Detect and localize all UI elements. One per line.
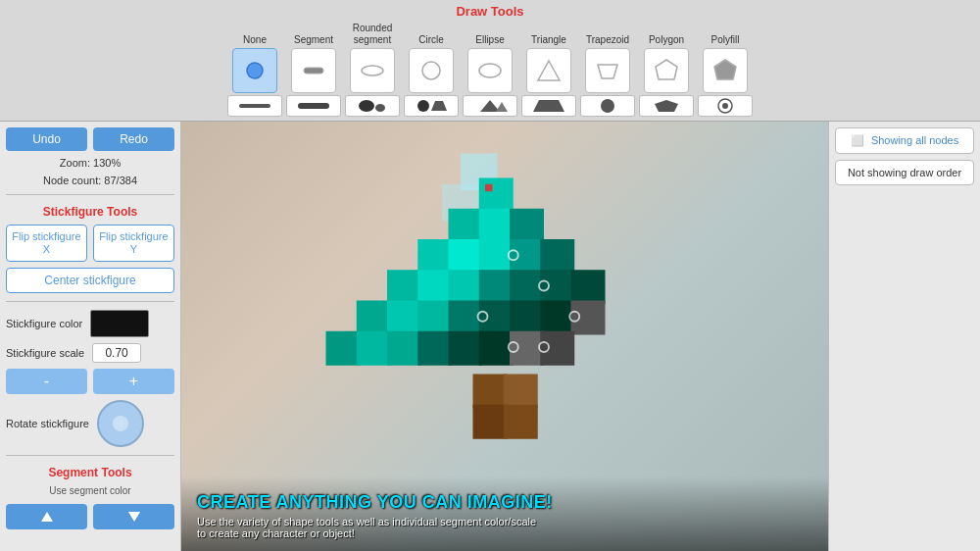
flip-y-button[interactable]: Flip stickfigure Y: [93, 225, 174, 262]
tool-circle-icon[interactable]: [409, 48, 454, 93]
svg-rect-54: [449, 331, 483, 366]
svg-rect-28: [479, 209, 514, 243]
tool-circle[interactable]: Circle: [404, 23, 459, 93]
tool-row2-triangle[interactable]: [463, 95, 517, 117]
tool-polyfill-icon[interactable]: [703, 48, 748, 93]
draw-order-label: Not showing draw order: [848, 167, 961, 178]
svg-rect-58: [473, 375, 508, 409]
tool-row2-rounded[interactable]: [345, 95, 400, 117]
tool-none-label: None: [243, 23, 267, 46]
tool-rounded-segment-icon[interactable]: [350, 48, 395, 93]
svg-rect-43: [387, 301, 421, 335]
undo-redo-row: Undo Redo: [6, 127, 174, 151]
tool-polygon-label: Polygon: [649, 23, 684, 46]
svg-rect-61: [504, 405, 538, 439]
flip-x-button[interactable]: Flip stickfigure X: [6, 225, 87, 262]
arrow-down-button[interactable]: [93, 504, 174, 529]
svg-marker-23: [128, 512, 140, 522]
showing-nodes-icon: ⬜: [851, 134, 864, 146]
tool-polygon-icon[interactable]: [644, 48, 689, 93]
plus-minus-row: - +: [6, 369, 174, 394]
left-panel: Undo Redo Zoom: 130% Node count: 87/384 …: [0, 122, 181, 551]
tool-row2-segment[interactable]: [286, 95, 341, 117]
svg-marker-8: [714, 60, 736, 79]
stickfigure-color-swatch[interactable]: [90, 310, 149, 337]
tool-row2-trapezoid[interactable]: [521, 95, 576, 117]
divider-2: [6, 301, 174, 302]
tool-row2-extra[interactable]: [698, 95, 753, 117]
tool-list: None Segment Roundedsegment Circle: [0, 23, 980, 93]
svg-rect-47: [510, 301, 544, 335]
promo-overlay: CREATE ANYTHING YOU CAN IMAGINE! Use the…: [181, 476, 828, 551]
segment-sub: Use segment color: [6, 485, 174, 496]
plus-button[interactable]: +: [93, 369, 174, 394]
svg-marker-19: [655, 100, 678, 112]
tool-ellipse[interactable]: Ellipse: [463, 23, 517, 93]
dpad-circle[interactable]: [97, 400, 144, 447]
svg-point-3: [422, 62, 440, 79]
svg-rect-30: [417, 239, 452, 274]
svg-point-0: [247, 63, 263, 78]
svg-rect-53: [417, 331, 452, 366]
tool-segment[interactable]: Segment: [286, 23, 341, 93]
svg-rect-51: [357, 331, 391, 366]
tool-triangle-label: Triangle: [531, 23, 566, 46]
svg-rect-1: [304, 68, 323, 74]
svg-marker-15: [480, 100, 500, 112]
svg-rect-36: [417, 270, 452, 304]
svg-point-12: [375, 104, 385, 112]
tool-polyfill[interactable]: Polyfill: [698, 23, 753, 93]
svg-marker-5: [538, 61, 560, 80]
tool-trapezoid[interactable]: Trapezoid: [580, 23, 635, 93]
rotate-label: Rotate stickfigure: [6, 418, 89, 429]
showing-nodes-button[interactable]: ⬜ Showing all nodes: [835, 127, 974, 154]
svg-rect-37: [449, 270, 483, 304]
svg-point-4: [479, 64, 501, 77]
draw-order-button[interactable]: Not showing draw order: [835, 160, 974, 185]
svg-point-2: [362, 66, 383, 75]
scale-label: Stickfigure scale: [6, 347, 84, 359]
svg-rect-59: [504, 375, 538, 409]
center-stickfigure-button[interactable]: Center stickfigure: [6, 268, 174, 293]
tool-row2-polyfill[interactable]: [639, 95, 694, 117]
tool-none-icon[interactable]: [232, 48, 277, 93]
svg-rect-10: [298, 103, 329, 109]
svg-rect-52: [387, 331, 421, 366]
svg-rect-26: [479, 178, 514, 213]
right-panel: ⬜ Showing all nodes Not showing draw ord…: [828, 122, 980, 551]
canvas-area[interactable]: CREATE ANYTHING YOU CAN IMAGINE! Use the…: [181, 122, 828, 551]
tool-none[interactable]: None: [227, 23, 282, 93]
tool-row2-none[interactable]: [227, 95, 282, 117]
tool-triangle[interactable]: Triangle: [521, 23, 576, 93]
arrow-up-button[interactable]: [6, 504, 87, 529]
rotate-dpad[interactable]: [97, 400, 144, 447]
svg-rect-29: [510, 209, 544, 243]
svg-rect-46: [479, 301, 514, 335]
tool-segment-icon[interactable]: [291, 48, 336, 93]
redo-button[interactable]: Redo: [93, 127, 174, 151]
tool-polygon[interactable]: Polygon: [639, 23, 694, 93]
tool-row2-polygon[interactable]: [580, 95, 635, 117]
main-area: Undo Redo Zoom: 130% Node count: 87/384 …: [0, 122, 980, 551]
svg-rect-34: [540, 239, 574, 274]
zoom-info: Zoom: 130%: [6, 157, 174, 169]
svg-point-21: [722, 103, 728, 109]
tool-segment-label: Segment: [294, 23, 333, 46]
svg-point-18: [601, 99, 614, 113]
tool-trapezoid-icon[interactable]: [585, 48, 630, 93]
svg-marker-22: [41, 512, 53, 522]
svg-rect-42: [357, 301, 391, 335]
svg-marker-17: [533, 100, 564, 112]
tool-triangle-icon[interactable]: [526, 48, 571, 93]
minus-button[interactable]: -: [6, 369, 87, 394]
flip-row: Flip stickfigure X Flip stickfigure Y: [6, 225, 174, 262]
svg-rect-68: [485, 184, 493, 192]
rotate-row: Rotate stickfigure: [6, 400, 174, 447]
tool-rounded-segment[interactable]: Roundedsegment: [345, 23, 400, 93]
arrow-up-icon: [40, 510, 54, 524]
undo-button[interactable]: Undo: [6, 127, 87, 151]
tool-ellipse-icon[interactable]: [467, 48, 513, 93]
svg-point-11: [359, 100, 374, 112]
divider-3: [6, 455, 174, 456]
tool-row2-circle[interactable]: [404, 95, 459, 117]
